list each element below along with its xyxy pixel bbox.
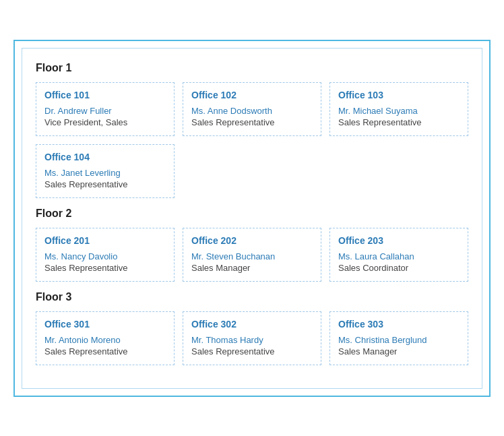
inner-container: Floor 1Office 101Dr. Andrew FullerVice P…: [22, 48, 482, 389]
office-title-office104: Office 104: [44, 152, 166, 162]
office-grid-floor2: Office 201Ms. Nancy DavolioSales Represe…: [36, 228, 468, 282]
office-role-office103: Sales Representative: [338, 117, 460, 127]
office-title-office103: Office 103: [338, 90, 460, 100]
office-card-office104[interactable]: Office 104Ms. Janet LeverlingSales Repre…: [36, 144, 175, 198]
office-person-office101: Dr. Andrew Fuller: [44, 106, 166, 116]
office-person-office102: Ms. Anne Dodsworth: [191, 106, 313, 116]
floor-section-floor1: Floor 1Office 101Dr. Andrew FullerVice P…: [36, 62, 468, 198]
office-person-office103: Mr. Michael Suyama: [338, 106, 460, 116]
office-title-office102: Office 102: [191, 90, 313, 100]
office-role-office203: Sales Coordinator: [338, 263, 460, 273]
office-grid-floor1: Office 101Dr. Andrew FullerVice Presiden…: [36, 82, 468, 198]
empty-cell: [329, 144, 468, 198]
office-person-office203: Ms. Laura Callahan: [338, 251, 460, 261]
outer-container: Floor 1Office 101Dr. Andrew FullerVice P…: [13, 40, 491, 397]
office-person-office302: Mr. Thomas Hardy: [191, 335, 313, 345]
office-person-office202: Mr. Steven Buchanan: [191, 251, 313, 261]
office-title-office101: Office 101: [44, 90, 166, 100]
floor-section-floor2: Floor 2Office 201Ms. Nancy DavolioSales …: [36, 208, 468, 282]
office-card-office203[interactable]: Office 203Ms. Laura CallahanSales Coordi…: [329, 228, 468, 282]
office-person-office303: Ms. Christina Berglund: [338, 335, 460, 345]
office-title-office302: Office 302: [191, 319, 313, 330]
office-role-office202: Sales Manager: [191, 263, 313, 273]
office-card-office202[interactable]: Office 202Mr. Steven BuchananSales Manag…: [183, 228, 321, 282]
office-title-office201: Office 201: [44, 235, 166, 246]
office-card-office302[interactable]: Office 302Mr. Thomas HardySales Represen…: [183, 311, 321, 365]
office-role-office302: Sales Representative: [191, 346, 313, 356]
office-role-office101: Vice President, Sales: [44, 117, 166, 127]
floor-title-floor3: Floor 3: [36, 291, 468, 303]
office-card-office301[interactable]: Office 301Mr. Antonio MorenoSales Repres…: [36, 311, 175, 365]
office-card-office201[interactable]: Office 201Ms. Nancy DavolioSales Represe…: [36, 228, 175, 282]
office-role-office104: Sales Representative: [44, 179, 166, 189]
office-card-office303[interactable]: Office 303Ms. Christina BerglundSales Ma…: [329, 311, 468, 365]
office-grid-floor3: Office 301Mr. Antonio MorenoSales Repres…: [36, 311, 468, 365]
floor-title-floor2: Floor 2: [36, 208, 468, 220]
office-role-office301: Sales Representative: [44, 346, 166, 356]
office-title-office203: Office 203: [338, 235, 460, 246]
office-role-office303: Sales Manager: [338, 346, 460, 356]
office-person-office301: Mr. Antonio Moreno: [44, 335, 166, 345]
office-person-office104: Ms. Janet Leverling: [44, 168, 166, 178]
office-title-office303: Office 303: [338, 319, 460, 330]
office-title-office202: Office 202: [191, 235, 313, 246]
floor-section-floor3: Floor 3Office 301Mr. Antonio MorenoSales…: [36, 291, 468, 365]
office-person-office201: Ms. Nancy Davolio: [44, 251, 166, 261]
office-role-office102: Sales Representative: [191, 117, 313, 127]
office-card-office102[interactable]: Office 102Ms. Anne DodsworthSales Repres…: [183, 82, 321, 136]
office-card-office103[interactable]: Office 103Mr. Michael SuyamaSales Repres…: [329, 82, 468, 136]
floor-title-floor1: Floor 1: [36, 62, 468, 74]
office-card-office101[interactable]: Office 101Dr. Andrew FullerVice Presiden…: [36, 82, 175, 136]
empty-cell: [183, 144, 321, 198]
office-role-office201: Sales Representative: [44, 263, 166, 273]
office-title-office301: Office 301: [44, 319, 166, 330]
